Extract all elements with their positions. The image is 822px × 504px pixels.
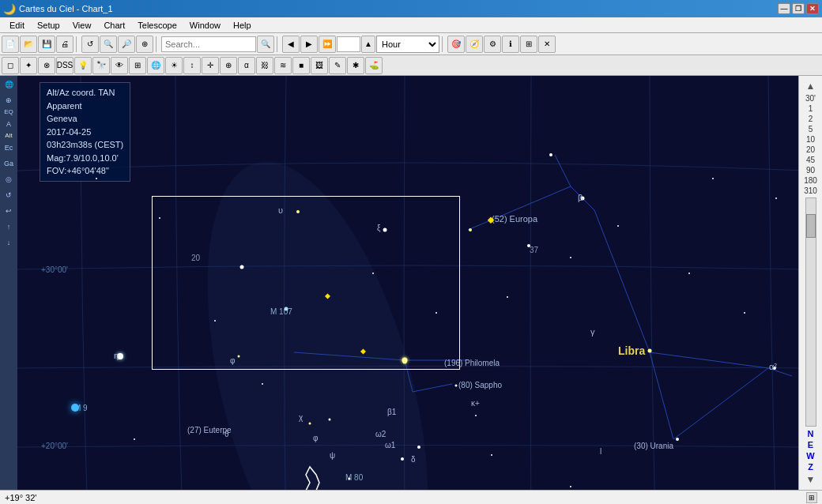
tb2-btn6[interactable]: 🔭 <box>92 57 110 74</box>
scroll-down-button[interactable]: ▼ <box>799 472 822 487</box>
greek-omega1: ω1 <box>385 441 395 449</box>
scale-45[interactable]: 45 <box>799 155 822 165</box>
right-scale-panel: ▲ 30' 1 2 5 10 20 45 90 180 310 N E W Z … <box>798 76 822 490</box>
tb2-btn20[interactable]: ✱ <box>347 57 364 74</box>
menu-telescope[interactable]: Telescope <box>131 19 183 32</box>
tb2-btn3[interactable]: ⊗ <box>38 57 55 74</box>
dir-z[interactable]: Z <box>799 461 822 472</box>
tb2-btn17[interactable]: ■ <box>292 57 310 74</box>
search-input[interactable] <box>161 36 256 52</box>
minimize-button[interactable]: — <box>778 3 790 14</box>
toolbar1: 📄 📂 💾 🖨 ↺ 🔍 🔎 ⊕ 🔍 ◀ ▶ ⏩ 1 ▲ Hour Minute … <box>0 33 822 55</box>
tb2-btn7[interactable]: 👁 <box>111 57 128 74</box>
menu-view[interactable]: View <box>66 19 98 32</box>
status-text: +19° 32' <box>5 493 36 502</box>
menu-chart[interactable]: Chart <box>97 19 131 32</box>
fast-fwd-button[interactable]: ⏩ <box>319 36 336 53</box>
tb2-btn11[interactable]: ↕ <box>183 57 201 74</box>
lp-btn2[interactable]: ⊕ <box>2 93 16 107</box>
menu-setup[interactable]: Setup <box>31 19 66 32</box>
tb2-btn12[interactable]: ✛ <box>202 57 219 74</box>
dir-n[interactable]: N <box>799 428 822 439</box>
greek-delta: δ <box>411 455 416 464</box>
restore-button[interactable]: ❐ <box>792 3 805 14</box>
new-button[interactable]: 📄 <box>2 36 19 53</box>
greek-theta: θ <box>224 430 229 438</box>
tb2-btn5[interactable]: 💡 <box>74 57 92 74</box>
scale-180[interactable]: 180 <box>799 175 822 186</box>
scrollbar-thumb <box>806 214 816 238</box>
print-button[interactable]: 🖨 <box>56 36 74 53</box>
tb2-btn21[interactable]: ⛳ <box>365 57 383 74</box>
chart-svg <box>17 76 798 490</box>
scale-2[interactable]: 2 <box>799 114 822 124</box>
tb2-btn15[interactable]: ⛓ <box>256 57 273 74</box>
lp-btn9[interactable]: ↑ <box>2 220 16 234</box>
sep2 <box>156 36 159 52</box>
tb2-btn13[interactable]: ⊕ <box>220 57 237 74</box>
greek-alpha2: α² <box>769 362 777 371</box>
tb2-btn9[interactable]: 🌐 <box>147 57 164 74</box>
menu-edit[interactable]: Edit <box>3 19 31 32</box>
zoom-in-button[interactable]: 🔍 <box>100 36 117 53</box>
open-button[interactable]: 📂 <box>20 36 37 53</box>
toolbar2: ◻ ✦ ⊗ DSS 💡 🔭 👁 ⊞ 🌐 ☀ ↕ ✛ ⊕ α ⛓ ≋ ■ 🖼 ✎ … <box>0 55 822 76</box>
lp-label-alt: Alt <box>5 133 12 139</box>
lp-btn10[interactable]: ↓ <box>2 235 16 250</box>
resize-grip[interactable]: ⊞ <box>806 492 817 503</box>
refresh-button[interactable]: ↺ <box>81 36 99 53</box>
tb2-btn8[interactable]: ⊞ <box>129 57 146 74</box>
tb2-btn4[interactable]: DSS <box>56 57 74 74</box>
search-button[interactable]: 🔍 <box>257 36 274 53</box>
lp-btn4[interactable]: Ec <box>2 141 16 155</box>
close-button[interactable]: ✕ <box>806 3 819 14</box>
scale-1[interactable]: 1 <box>799 103 822 114</box>
zoom-fit-button[interactable]: ⊕ <box>136 36 153 53</box>
app-icon: 🌙 <box>3 3 16 15</box>
lp-btn5[interactable]: Ga <box>2 156 16 171</box>
tb2-btn14[interactable]: α <box>238 57 255 74</box>
scale-10[interactable]: 10 <box>799 134 822 145</box>
menu-window[interactable]: Window <box>183 19 227 32</box>
titlebar: 🌙 Cartes du Ciel - Chart_1 — ❐ ✕ <box>0 0 822 17</box>
star-chart[interactable]: Alt/Az coord. TAN Apparent Geneva 2017-0… <box>17 76 798 490</box>
play-button[interactable]: ▶ <box>300 36 318 53</box>
sep4 <box>442 36 445 52</box>
scale-20[interactable]: 20 <box>799 145 822 155</box>
lp-btn7[interactable]: ↺ <box>2 188 16 202</box>
lp-btn3[interactable]: A <box>2 117 16 131</box>
step-up-button[interactable]: ▲ <box>361 36 375 53</box>
prev-button[interactable]: ◀ <box>282 36 300 53</box>
greek-phi: φ <box>313 434 318 442</box>
time-unit-select[interactable]: Hour Minute Second Day Month Year <box>376 36 439 53</box>
info-button[interactable]: ℹ <box>502 36 519 53</box>
greek-xi: ξ <box>377 224 380 232</box>
dir-w[interactable]: W <box>799 450 822 461</box>
compass-button[interactable]: 🧭 <box>466 36 483 53</box>
target-button[interactable]: 🎯 <box>447 36 465 53</box>
scale-30[interactable]: 30' <box>799 93 822 103</box>
lp-btn6[interactable]: ◎ <box>2 172 16 186</box>
save-button[interactable]: 💾 <box>38 36 55 53</box>
step-input[interactable]: 1 <box>337 36 360 52</box>
settings-button[interactable]: ⚙ <box>484 36 501 53</box>
scale-310[interactable]: 310 <box>799 186 822 196</box>
tb2-btn18[interactable]: 🖼 <box>311 57 328 74</box>
scale-90[interactable]: 90 <box>799 165 822 175</box>
menu-help[interactable]: Help <box>227 19 258 32</box>
tb2-btn2[interactable]: ✦ <box>20 57 37 74</box>
tb2-btn1[interactable]: ◻ <box>2 57 19 74</box>
lp-btn1[interactable]: 🌐 <box>2 77 16 92</box>
dir-e[interactable]: E <box>799 439 822 450</box>
restore-view-button[interactable]: ⊞ <box>520 36 537 53</box>
zoom-out-button[interactable]: 🔎 <box>118 36 135 53</box>
close-chart-button[interactable]: ✕ <box>538 36 556 53</box>
tb2-btn10[interactable]: ☀ <box>165 57 183 74</box>
app-title: 🌙 Cartes du Ciel - Chart_1 <box>3 3 113 15</box>
lp-btn8[interactable]: ↩ <box>2 204 16 218</box>
tb2-btn16[interactable]: ≋ <box>274 57 292 74</box>
scale-5[interactable]: 5 <box>799 124 822 134</box>
tb2-btn19[interactable]: ✎ <box>329 57 346 74</box>
scroll-up-button[interactable]: ▲ <box>799 79 822 93</box>
vertical-scrollbar[interactable] <box>805 197 816 427</box>
